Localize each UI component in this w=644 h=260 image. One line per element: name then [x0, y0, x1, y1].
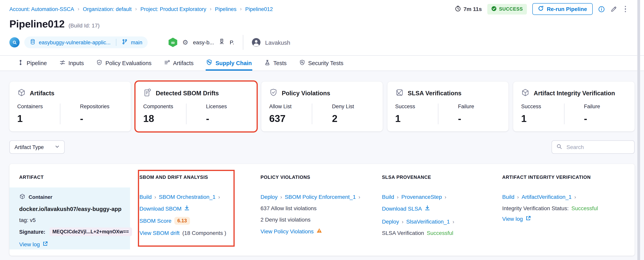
stage-link[interactable]: Build: [502, 194, 514, 200]
chevron-right-icon: ›: [452, 219, 454, 224]
card-policy-violations: Policy Violations Allow List637 Deny Lis…: [261, 82, 382, 131]
edit-pencil-icon[interactable]: [610, 6, 617, 12]
info-icon[interactable]: [598, 6, 605, 12]
sbom-score-link[interactable]: SBOM Score: [140, 218, 172, 224]
branch-icon: [122, 39, 128, 46]
supply-chain-content: Artifacts Containers1 Repositories- Dete…: [0, 71, 644, 260]
list-plus-icon: [164, 59, 170, 67]
slsa-success-count: 1: [395, 113, 438, 124]
view-log-link[interactable]: View log: [19, 241, 40, 247]
tab-inputs[interactable]: Inputs: [59, 56, 84, 71]
tab-security-tests[interactable]: Security Tests: [299, 56, 344, 71]
table-row: Container docker.io/lavakush07/easy-bugg…: [10, 187, 634, 249]
stage-link[interactable]: Build: [140, 194, 152, 200]
chevron-right-icon: ›: [280, 194, 282, 200]
containers-count: 1: [17, 113, 60, 124]
slsa-icon: [395, 88, 404, 98]
repo-name[interactable]: easybuggy-vulnerable-applic...: [39, 39, 110, 45]
step-link[interactable]: ArtifactVerification_1: [522, 194, 572, 200]
run-duration: 7m 11s: [455, 5, 482, 13]
branch-name[interactable]: main: [131, 39, 142, 45]
step-link[interactable]: SlsaVerification_1: [406, 218, 450, 225]
refresh-icon: [538, 6, 544, 13]
more-options-menu-icon[interactable]: [622, 5, 628, 13]
external-link-icon[interactable]: [42, 241, 48, 247]
integrity-status-value: Successful: [571, 205, 598, 211]
flask-icon: [264, 59, 270, 67]
chevron-right-icon: ›: [397, 194, 398, 200]
view-sbom-drift-link[interactable]: View SBOM drift: [140, 230, 180, 236]
step-link[interactable]: ProvenanceStep: [401, 194, 442, 200]
artifact-integrity-cell: Build › ArtifactVerification_1 › Integri…: [493, 187, 634, 249]
build-id: (Build Id: 17): [68, 22, 100, 29]
divider: [186, 104, 186, 124]
slsa-failure-count: -: [458, 113, 501, 124]
external-link-icon[interactable]: [526, 216, 530, 222]
repo-chip[interactable]: easybuggy-vulnerable-applic... main: [24, 37, 148, 48]
artifact-cell: Container docker.io/lavakush07/easy-bugg…: [10, 187, 130, 249]
breadcrumb-pipeline012[interactable]: Pipeline012: [245, 6, 273, 12]
search-box[interactable]: [552, 140, 634, 154]
rerun-pipeline-button[interactable]: Re-run Pipeline: [532, 3, 592, 15]
shield-check-icon: [96, 59, 102, 67]
repositories-count: -: [80, 113, 123, 124]
card-detected-sbom-drifts: Detected SBOM Drifts Components18 Licens…: [135, 82, 256, 131]
artifact-type-label: Container: [28, 194, 52, 200]
card-slsa-verifications: SLSA Verifications Success1 Failure-: [388, 82, 509, 131]
cube-icon: [17, 88, 26, 98]
download-icon[interactable]: [425, 205, 430, 212]
chevron-right-icon: ›: [402, 219, 404, 224]
warning-icon: [316, 228, 322, 234]
search-input[interactable]: [566, 144, 630, 151]
licenses-count: -: [206, 113, 249, 124]
sbom-score-badge: 6.13: [174, 217, 190, 225]
column-header-artifact: ARTIFACT: [10, 164, 130, 187]
download-slsa-link[interactable]: Download SLSA: [382, 205, 422, 211]
tab-supply-chain[interactable]: Supply Chain: [206, 56, 252, 71]
artifact-type-dropdown[interactable]: Artifact Type: [10, 140, 65, 154]
shield-search-icon: [299, 59, 305, 67]
stage-link[interactable]: Deploy: [260, 194, 278, 200]
meta-row: easybuggy-vulnerable-applic... main ∞ ⚙ …: [0, 30, 644, 55]
harness-ci-icon: ∞: [168, 38, 178, 47]
stage-link[interactable]: Deploy: [382, 218, 399, 225]
search-icon: [556, 143, 562, 151]
components-count: 18: [143, 113, 186, 124]
tab-artifacts[interactable]: Artifacts: [164, 56, 194, 71]
stage-link[interactable]: Build: [382, 194, 394, 200]
drift-component-count: (18 Components ): [182, 230, 226, 236]
tab-bar: Pipeline Inputs Policy Evaluations Artif…: [0, 56, 644, 71]
artifacts-table: ARTIFACT SBOM AND DRIFT ANALYSIS POLICY …: [10, 164, 634, 256]
artifact-tag: tag: v5: [19, 217, 124, 223]
column-header-slsa: SLSA PROVENANCE: [372, 164, 493, 187]
view-policy-violations-link[interactable]: View Policy Violations: [260, 228, 314, 234]
breadcrumb-organization[interactable]: Organization: default: [83, 6, 132, 12]
cube-icon: [521, 88, 530, 98]
tab-policy-evaluations[interactable]: Policy Evaluations: [96, 56, 152, 71]
chevron-right-icon: ›: [574, 194, 576, 200]
step-link[interactable]: SBOM Policy Enforcement_1: [285, 194, 356, 200]
vertical-scrollbar[interactable]: [637, 0, 640, 260]
slsa-verification-label: SLSA Verification: [382, 230, 424, 236]
status-badge: SUCCESS: [487, 4, 527, 14]
summary-cards: Artifacts Containers1 Repositories- Dete…: [10, 71, 634, 131]
repository-icon: [30, 39, 36, 46]
chevron-right-icon: ›: [135, 6, 137, 12]
slsa-verification-status: Successful: [427, 230, 453, 236]
breadcrumb-project[interactable]: Project: Product Exploratory: [140, 6, 206, 12]
view-log-link[interactable]: View log: [502, 216, 523, 222]
inputs-icon: [59, 59, 65, 67]
breadcrumb-account[interactable]: Account: Automation-SSCA: [10, 6, 74, 12]
step-link[interactable]: SBOM Orchestration_1: [159, 194, 216, 200]
tab-tests[interactable]: Tests: [264, 56, 287, 71]
integrity-success-count: 1: [521, 113, 564, 124]
breadcrumb-pipelines[interactable]: Pipelines: [215, 6, 236, 12]
download-sbom-link[interactable]: Download SBOM: [140, 205, 182, 211]
clock-icon: [455, 5, 461, 13]
breadcrumb: Account: Automation-SSCA › Organization:…: [10, 6, 273, 12]
cube-icon: [19, 193, 26, 201]
card-artifact-integrity-verification: Artifact Integrity Verification Success1…: [513, 82, 634, 131]
tab-pipeline[interactable]: Pipeline: [17, 56, 47, 71]
download-icon[interactable]: [184, 205, 190, 212]
allow-list-count: 637: [269, 113, 312, 124]
